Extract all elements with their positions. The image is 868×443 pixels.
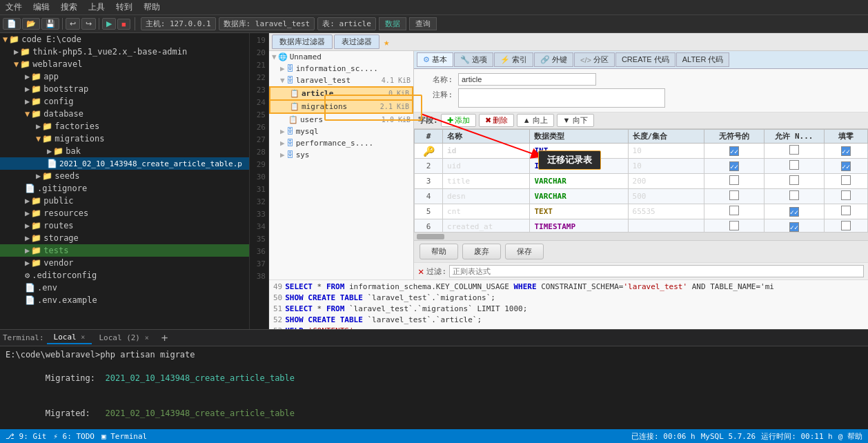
form-name-input[interactable] <box>458 73 596 86</box>
terminal-add-btn[interactable]: + <box>156 330 174 346</box>
tree-item-seeds[interactable]: ▶ 📁 seeds <box>0 170 249 182</box>
tree-item-database[interactable]: ▼ 📁 database <box>0 108 249 120</box>
row-null[interactable] <box>764 159 824 174</box>
menu-file[interactable]: 文件 <box>6 1 22 13</box>
tree-item-env-example[interactable]: 📄 .env.example <box>0 294 249 306</box>
help-button[interactable]: 帮助 <box>420 244 458 259</box>
terminal-tab-local[interactable]: Local × <box>47 331 92 344</box>
tree-item-config[interactable]: ▶ 📁 config <box>0 95 249 108</box>
tree-item-migration-file[interactable]: 📄 2021_02_10_143948_create_article_table… <box>0 157 249 170</box>
save-button[interactable]: 保存 <box>505 244 544 259</box>
table-row[interactable]: 3 title VARCHAR 200 <box>415 174 868 189</box>
db-nav-migrations[interactable]: 📋 migrations 2.1 KiB <box>269 101 413 114</box>
menu-edit[interactable]: 编辑 <box>33 1 50 13</box>
menu-tools[interactable]: 上具 <box>88 1 105 13</box>
tab-basic[interactable]: ⚙ 基本 <box>417 52 453 67</box>
status-git[interactable]: ⎇ 9: Git <box>6 432 46 441</box>
fields-delete-btn[interactable]: ✖删除 <box>479 114 514 127</box>
tree-item-tests[interactable]: ▶ 📁 tests <box>0 244 249 257</box>
row-unsigned[interactable] <box>704 174 765 189</box>
scroll-indicator[interactable] <box>414 232 868 240</box>
row-null[interactable] <box>764 189 824 204</box>
db-nav-sys[interactable]: ▶ 🗄 sys <box>269 149 413 161</box>
tab-foreign-keys[interactable]: 🔗 外键 <box>534 52 573 67</box>
row-zerofill[interactable] <box>824 204 867 219</box>
row-zerofill[interactable]: ✓ <box>824 144 867 159</box>
row-null[interactable]: ✓ <box>764 219 824 233</box>
tree-item-weblaravel[interactable]: ▼ 📁 weblaravel <box>0 58 249 70</box>
toolbar-run-btn[interactable]: ▶ <box>102 18 116 30</box>
tree-item-bak[interactable]: ▶ 📁 bak <box>0 145 249 157</box>
terminal-tab-local2[interactable]: Local (2) × <box>92 332 155 344</box>
db-nav-users[interactable]: 📋 users 1.0 KiB <box>269 114 413 126</box>
table-row[interactable]: 2 uid INT 10 ✓ ✓ <box>415 159 868 174</box>
tree-item-gitignore[interactable]: 📄 .gitignore <box>0 182 249 195</box>
db-nav-article[interactable]: 📋 article 0 KiB <box>269 86 413 101</box>
table-row[interactable]: 5 cnt TEXT 65535 ✓ <box>415 204 868 219</box>
tree-item-editorconfig[interactable]: ⚙ .editorconfig <box>0 269 249 282</box>
status-help[interactable]: @ 帮助 <box>838 431 862 442</box>
table-row[interactable]: 🔑 id INT 10 ✓ ✓ <box>415 144 868 159</box>
toolbar-save-btn[interactable]: 💾 <box>41 18 59 30</box>
tab-partitions[interactable]: </> 分区 <box>574 52 615 67</box>
menu-search[interactable]: 搜索 <box>61 1 77 13</box>
fields-down-btn[interactable]: ▼ 向下 <box>557 114 594 127</box>
row-unsigned[interactable]: ✓ <box>704 144 765 159</box>
tree-item-storage[interactable]: ▶ 📁 storage <box>0 232 249 244</box>
tab-alter-code[interactable]: ALTER 代码 <box>676 52 730 67</box>
db-nav-unnamed[interactable]: ▼ 🌐 Unnamed <box>269 51 413 63</box>
tab-indexes[interactable]: ⚡ 索引 <box>494 52 533 67</box>
status-terminal[interactable]: ▣ Terminal <box>101 432 147 441</box>
tree-item-factories[interactable]: ▶ 📁 factories <box>0 120 249 132</box>
toolbar-new-btn[interactable]: 📄 <box>3 18 21 30</box>
toolbar-undo-btn[interactable]: ↩ <box>66 18 80 30</box>
db-filter-tab[interactable]: 数据库过滤器 <box>272 35 333 49</box>
menu-help[interactable]: 帮助 <box>144 1 160 13</box>
tree-item-bootstrap[interactable]: ▶ 📁 bootstrap <box>0 83 249 95</box>
db-query-btn[interactable]: 查询 <box>409 17 437 30</box>
filter-close-btn[interactable]: ✕ <box>418 266 424 277</box>
toolbar-open-btn[interactable]: 📂 <box>22 18 40 30</box>
tree-item-resources[interactable]: ▶ 📁 resources <box>0 207 249 219</box>
table-row[interactable]: 6 created_at TIMESTAMP ✓ <box>415 219 868 233</box>
tree-item-vendor[interactable]: ▶ 📁 vendor <box>0 257 249 269</box>
row-zerofill[interactable] <box>824 219 867 233</box>
row-zerofill[interactable] <box>824 189 867 204</box>
tree-item-think[interactable]: ▶ 📁 think-php5.1_vue2.x_-base-admin <box>0 46 249 58</box>
row-null[interactable] <box>764 174 824 189</box>
menu-goto[interactable]: 转到 <box>116 1 132 13</box>
tree-item-routes[interactable]: ▶ 📁 routes <box>0 219 249 232</box>
fields-add-btn[interactable]: ✚添加 <box>441 114 476 127</box>
discard-button[interactable]: 废弃 <box>462 244 501 259</box>
row-zerofill[interactable] <box>824 174 867 189</box>
row-name: id <box>443 144 530 159</box>
db-nav-mysql[interactable]: ▶ 🗄 mysql <box>269 126 413 137</box>
status-todo[interactable]: ⚡ 6: TODO <box>53 432 95 441</box>
db-nav-performance[interactable]: ▶ 🗄 performance_s.... <box>269 137 413 149</box>
form-comment-input[interactable] <box>458 88 665 108</box>
tree-item-root[interactable]: ▼ 📁 code E:\code <box>0 33 249 46</box>
table-filter-tab[interactable]: 表过滤器 <box>334 35 379 49</box>
tree-item-app[interactable]: ▶ 📁 app <box>0 70 249 83</box>
row-unsigned[interactable] <box>704 189 765 204</box>
row-null[interactable]: ✓ <box>764 204 824 219</box>
fields-up-btn[interactable]: ▲ 向上 <box>517 114 554 127</box>
db-nav-laravel-test[interactable]: ▼ 🗄 laravel_test 4.1 KiB <box>269 75 413 86</box>
tree-item-migrations[interactable]: ▼ 📁 migrations <box>0 132 249 145</box>
tab-create-code[interactable]: CREATE 代码 <box>615 52 675 67</box>
toolbar-stop-btn[interactable]: ■ <box>117 19 130 30</box>
filter-input[interactable] <box>449 265 864 277</box>
table-row[interactable]: 4 desn VARCHAR 500 <box>415 189 868 204</box>
tab-options[interactable]: 🔧 选项 <box>454 52 493 67</box>
tree-item-public[interactable]: ▶ 📁 public <box>0 195 249 207</box>
row-zerofill[interactable]: ✓ <box>824 159 867 174</box>
row-unsigned[interactable] <box>704 204 765 219</box>
db-data-btn[interactable]: 数据 <box>379 17 406 30</box>
row-unsigned[interactable]: ✓ <box>704 159 765 174</box>
star-icon[interactable]: ★ <box>384 37 389 48</box>
row-unsigned[interactable] <box>704 219 765 233</box>
row-null[interactable] <box>764 144 824 159</box>
tree-item-env[interactable]: 📄 .env <box>0 282 249 294</box>
toolbar-redo-btn[interactable]: ↪ <box>81 18 96 30</box>
db-nav-info-schema[interactable]: ▶ 🗄 information_sc.... <box>269 63 413 75</box>
